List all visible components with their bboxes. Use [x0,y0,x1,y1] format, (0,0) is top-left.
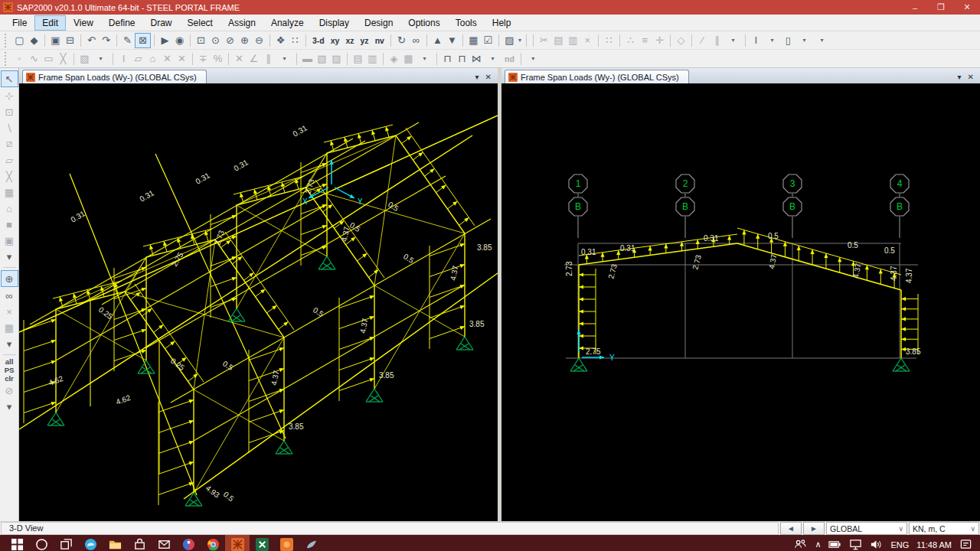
mesh-caret[interactable]: ▾ [416,52,433,66]
select-joints[interactable]: ∷ [602,34,616,47]
units-select[interactable]: KN, m, C ∨ [909,522,979,535]
rotate-object[interactable]: ◇ [674,34,688,47]
cut[interactable]: ✂ [537,34,551,47]
divide-caret[interactable]: ▾ [724,34,742,47]
view-yz[interactable]: yz [358,36,372,45]
perspective-toggle[interactable]: ∷ [288,34,302,47]
move-joint[interactable]: ✛ [652,34,667,47]
view-xz[interactable]: xz [342,36,357,45]
edit-lengths[interactable]: ▥ [365,52,380,66]
coordinate-system-select[interactable]: GLOBAL ∨ [826,522,907,535]
draw-secondary-beams[interactable]: ▧ [77,52,92,66]
select-more-caret[interactable]: ▾ [0,399,19,414]
release-caret[interactable]: ▾ [484,52,501,66]
release-start[interactable]: ⊓ [440,52,455,66]
frame-section[interactable]: I [749,34,763,47]
object-shrink[interactable]: ∞ [409,34,423,47]
taskbar-media-app-icon[interactable] [176,535,201,551]
lock-model[interactable]: ⊠ [135,33,151,48]
draw-frame[interactable]: ∿ [27,52,41,66]
taskbar-file-explorer-icon[interactable] [103,535,127,551]
join-frames[interactable]: ∥ [710,34,724,47]
clock[interactable]: 11:48 AM [916,540,952,549]
delete[interactable]: × [580,34,595,47]
view-3d[interactable]: 3-d [309,36,328,45]
select-frames[interactable]: ∴ [623,34,638,47]
draw-poly-tool[interactable]: ⌂ [2,201,18,216]
taskbar-task-view-icon[interactable] [54,535,78,551]
menu-analyze[interactable]: Analyze [263,15,312,31]
battery-icon[interactable] [828,538,841,551]
menu-options[interactable]: Options [400,15,447,31]
set-display-options[interactable]: ▦ [466,34,481,47]
menu-display[interactable]: Display [312,15,357,31]
nd-label[interactable]: nd [501,54,518,64]
draw-braces[interactable]: ╳ [56,52,70,66]
next-window-button[interactable]: ► [803,522,825,535]
draw-quick-frame[interactable]: ▭ [41,52,56,66]
edit-grid[interactable]: ▤ [351,52,365,66]
menu-edit[interactable]: Edit [34,15,66,31]
draw-floor[interactable]: ✕ [175,52,189,66]
menu-tools[interactable]: Tools [448,15,485,31]
run-animation[interactable]: ◉ [172,34,187,47]
snap-more-caret[interactable]: ▾ [0,336,19,351]
refresh-window[interactable]: ✎ [120,34,135,47]
draw-more-caret[interactable]: ▾ [0,249,19,264]
rubber-band-zoom[interactable]: ⊡ [194,34,208,47]
new-model[interactable]: ▢ [12,34,27,47]
more-assign-caret[interactable]: ▾ [813,34,831,47]
assign-display[interactable]: ▨ [502,34,517,47]
pointer-select[interactable]: ↖ [1,70,18,87]
restore-full-view[interactable]: ⊙ [208,34,223,47]
pan[interactable]: ❖ [273,34,288,47]
view-xy[interactable]: xy [328,36,343,45]
viewport-elevation[interactable]: 1B2B3B4B0.310.310.310.50.50.52.732.732.7… [501,83,980,521]
extrude-joints[interactable]: ▬ [300,52,315,66]
tab-frame-span-loads-2d[interactable]: Frame Span Loads (Wy-) (GLOBAL CSys) [505,70,689,83]
draw-rect-area[interactable]: ▱ [131,52,145,66]
move-up-list[interactable]: ▲ [430,34,445,47]
tab-frame-span-loads-3d[interactable]: Frame Span Loads (Wy-) (GLOBAL CSys) [22,70,207,83]
snap-edge-tool[interactable]: × [2,304,18,319]
merge-joints[interactable]: ◈ [387,52,401,66]
previous-window-button[interactable]: ◄ [780,522,802,535]
select-all-button[interactable]: all [5,357,14,366]
action-center-icon[interactable] [959,538,972,551]
rotate-view[interactable]: ↻ [394,34,409,47]
quick-draw-area[interactable]: ⌂ [145,52,160,66]
draw-joint-tool[interactable]: ⊡ [2,104,18,119]
menu-select[interactable]: Select [180,15,220,31]
previous-zoom[interactable]: ⊘ [223,34,237,47]
people-icon[interactable] [794,538,807,551]
snap-joints[interactable]: ∓ [196,52,211,66]
draw-wall[interactable]: ✕ [160,52,175,66]
minimize-button[interactable]: – [902,0,928,15]
snap-intersections[interactable]: ✕ [232,52,247,66]
taskbar-cortana-icon[interactable] [29,535,54,551]
zoom-out[interactable]: ⊖ [252,34,266,47]
area-section[interactable]: ▯ [781,34,795,47]
zoom-in[interactable]: ⊕ [237,34,252,47]
speaker-icon[interactable] [870,538,883,551]
copy[interactable]: ▤ [551,34,566,47]
draw-special-joint[interactable]: ◦ [12,52,27,66]
clear-selection-button[interactable]: clr [5,374,14,383]
taskbar-photos-app-icon[interactable] [274,535,299,551]
taskbar-edge-icon[interactable] [78,535,103,551]
print[interactable]: ⊟ [63,34,77,47]
pane-3d-close-icon[interactable]: ✕ [485,73,492,81]
menu-design[interactable]: Design [357,15,400,31]
point-area-tool[interactable]: ▣ [2,233,18,248]
draw-grid-caret[interactable]: ▾ [92,52,109,66]
save-model[interactable]: ▣ [48,34,63,47]
snap-joint-tool[interactable]: ⊕ [1,270,18,287]
mesh-areas[interactable]: ▦ [401,52,416,66]
undo[interactable]: ↶ [84,34,99,47]
move-down-list[interactable]: ▼ [445,34,459,47]
redo[interactable]: ↷ [99,34,113,47]
run-analysis[interactable]: ▶ [158,34,172,47]
extrude-areas[interactable]: ▨ [329,52,344,66]
draw-braces-tool[interactable]: ╳ [2,168,18,184]
show-undeformed[interactable]: ☑ [481,34,495,47]
